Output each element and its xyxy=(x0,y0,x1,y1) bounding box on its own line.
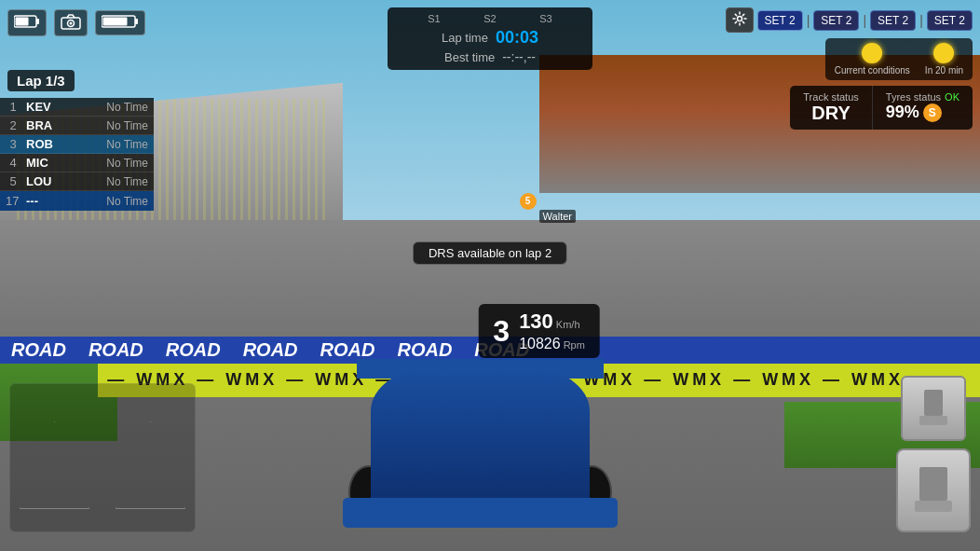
set-button-1[interactable]: SET 2 xyxy=(757,10,803,31)
sector-labels: S1 S2 S3 xyxy=(406,13,574,24)
lap-time-row: Lap time 00:03 xyxy=(406,28,574,48)
speed-value: 130 xyxy=(519,310,553,334)
current-conditions: Current conditions xyxy=(835,43,910,76)
battery-icon[interactable] xyxy=(7,9,47,36)
leaderboard: 1 KEV No Time 2 BRA No Time 3 ROB No Tim… xyxy=(0,98,154,211)
speed-rpm-display: 130 Km/h 10826 Rpm xyxy=(519,310,585,352)
leaderboard-row-4: 4 MIC No Time xyxy=(0,154,154,172)
leaderboard-player-row: 17 --- No Time xyxy=(0,191,154,211)
status-box: Track status DRY Tyres status OK 99% S xyxy=(790,86,973,130)
driver-ahead-label: Walter xyxy=(539,210,576,223)
set-button-3[interactable]: SET 2 xyxy=(870,10,916,31)
steering-area[interactable] xyxy=(9,383,196,532)
sun-icon-current xyxy=(862,43,882,63)
tyre-status-label: Tyres status xyxy=(886,91,941,103)
steer-right-indicator xyxy=(116,421,185,510)
throttle-pedal[interactable] xyxy=(896,448,971,532)
svg-rect-1 xyxy=(36,19,39,24)
weather-row: Current conditions In 20 min xyxy=(825,38,973,80)
sector1-label: S1 xyxy=(428,13,440,24)
drs-notification: DRS available on lap 2 xyxy=(413,241,567,265)
set-button-4[interactable]: SET 2 xyxy=(927,10,973,31)
speed-hud: 3 130 Km/h 10826 Rpm xyxy=(478,304,600,358)
svg-rect-10 xyxy=(924,390,943,416)
leaderboard-row-5: 5 LOU No Time xyxy=(0,172,154,191)
lap-counter: Lap 1/3 xyxy=(7,70,75,91)
steer-left-indicator xyxy=(20,421,89,510)
brake-pedal[interactable] xyxy=(901,376,966,441)
future-conditions: In 20 min xyxy=(925,43,963,76)
best-time-label: Best time xyxy=(444,50,495,64)
camera-icon[interactable] xyxy=(54,9,88,36)
settings-button[interactable] xyxy=(726,7,754,33)
rpm-value: 10826 xyxy=(519,336,561,352)
top-right-hud: SET 2 | SET 2 | SET 2 | SET 2 Current co… xyxy=(726,7,973,130)
track-status-label: Track status xyxy=(803,91,859,103)
current-conditions-label: Current conditions xyxy=(835,65,910,76)
leaderboard-row-1: 1 KEV No Time xyxy=(0,98,154,117)
speed-unit: Km/h xyxy=(556,319,580,330)
timing-hud: S1 S2 S3 Lap time 00:03 Best time --:--,… xyxy=(388,7,592,70)
svg-rect-13 xyxy=(915,501,952,512)
svg-point-5 xyxy=(70,22,73,25)
gear-display: 3 xyxy=(493,314,510,349)
best-time-row: Best time --:--,-- xyxy=(406,49,574,64)
best-time-value: --:--,-- xyxy=(502,49,536,64)
separator-1: | xyxy=(807,13,810,28)
leaderboard-row-3: 3 ROB No Time xyxy=(0,135,154,154)
track-status-value: DRY xyxy=(803,103,859,124)
svg-rect-2 xyxy=(16,18,29,26)
tyre-compound-badge: S xyxy=(923,103,942,122)
set-buttons-row: SET 2 | SET 2 | SET 2 | SET 2 xyxy=(726,7,973,33)
pedal-area xyxy=(896,376,971,532)
track-status: Track status DRY xyxy=(790,86,873,130)
battery2-icon[interactable] xyxy=(95,10,145,35)
tyre-percentage-display: 99% S xyxy=(886,103,960,122)
svg-rect-12 xyxy=(919,467,947,501)
set-button-2[interactable]: SET 2 xyxy=(813,10,859,31)
leaderboard-row-2: 2 BRA No Time xyxy=(0,117,154,135)
player-position-badge: 5 xyxy=(520,193,537,210)
future-conditions-label: In 20 min xyxy=(925,65,963,76)
svg-rect-8 xyxy=(103,18,128,26)
lap-time-label: Lap time xyxy=(442,31,488,45)
svg-rect-11 xyxy=(919,416,947,425)
car-body xyxy=(371,366,591,516)
svg-rect-7 xyxy=(135,19,138,24)
rpm-unit: Rpm xyxy=(564,339,585,351)
lap-time-value: 00:03 xyxy=(496,28,538,48)
sun-icon-future xyxy=(933,43,954,63)
svg-point-9 xyxy=(737,17,742,21)
tyre-status: Tyres status OK 99% S xyxy=(873,86,973,130)
tyre-status-ok: OK xyxy=(945,91,960,103)
front-wing xyxy=(343,498,618,528)
separator-3: | xyxy=(919,13,923,28)
sector3-label: S3 xyxy=(539,13,551,24)
sector2-label: S2 xyxy=(483,13,496,24)
separator-2: | xyxy=(863,13,866,28)
top-icons xyxy=(7,9,145,36)
